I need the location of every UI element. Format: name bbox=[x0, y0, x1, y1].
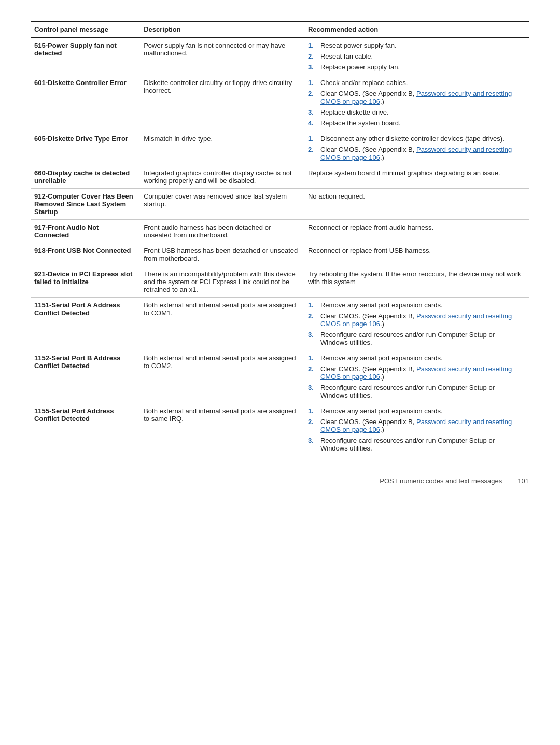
step-number: 1. bbox=[308, 301, 318, 309]
step-number: 1. bbox=[308, 135, 318, 143]
list-item: 1.Remove any serial port expansion cards… bbox=[308, 301, 524, 309]
step-text: Disconnect any other diskette controller… bbox=[320, 135, 505, 143]
step-text: Clear CMOS. (See Appendix B, Password se… bbox=[320, 312, 524, 328]
cell-message: 1152-Serial Port B Address Conflict Dete… bbox=[31, 350, 141, 403]
table-row: 912-Computer Cover Has Been Removed Sinc… bbox=[31, 189, 529, 220]
cell-description: Mismatch in drive type. bbox=[141, 131, 305, 165]
table-row: 918-Front USB Not ConnectedFront USB har… bbox=[31, 243, 529, 266]
step-number: 4. bbox=[308, 119, 318, 127]
table-row: 1155-Serial Port Address Conflict Detect… bbox=[31, 403, 529, 456]
step-text: Reconfigure card resources and/or run Co… bbox=[320, 437, 524, 452]
step-number: 1. bbox=[308, 79, 318, 87]
list-item: 3.Reconfigure card resources and/or run … bbox=[308, 331, 524, 346]
cell-message: 601-Diskette Controller Error bbox=[31, 75, 141, 131]
list-item: 1.Reseat power supply fan. bbox=[308, 41, 524, 49]
list-item: 2.Clear CMOS. (See Appendix B, Password … bbox=[308, 365, 524, 381]
list-item: 2.Clear CMOS. (See Appendix B, Password … bbox=[308, 146, 524, 161]
appendix-link[interactable]: Password security and resetting CMOS on … bbox=[320, 418, 512, 433]
step-number: 2. bbox=[308, 365, 318, 373]
cell-action: Try rebooting the system. If the error r… bbox=[305, 266, 529, 298]
cell-action: 1.Check and/or replace cables.2.Clear CM… bbox=[305, 75, 529, 131]
step-text: Reconfigure card resources and/or run Co… bbox=[320, 331, 524, 346]
cell-action: 1.Disconnect any other diskette controll… bbox=[305, 131, 529, 165]
appendix-link[interactable]: Password security and resetting CMOS on … bbox=[320, 365, 512, 381]
cell-action: Reconnect or replace front audio harness… bbox=[305, 220, 529, 243]
list-item: 1.Disconnect any other diskette controll… bbox=[308, 135, 524, 143]
step-text: Replace power supply fan. bbox=[320, 63, 400, 71]
step-number: 3. bbox=[308, 331, 318, 339]
step-text: Check and/or replace cables. bbox=[320, 79, 408, 87]
step-text: Reseat power supply fan. bbox=[320, 41, 397, 49]
step-text: Replace the system board. bbox=[320, 119, 401, 127]
cell-message: 912-Computer Cover Has Been Removed Sinc… bbox=[31, 189, 141, 220]
step-text: Clear CMOS. (See Appendix B, Password se… bbox=[320, 365, 524, 381]
step-number: 1. bbox=[308, 41, 318, 49]
cell-action: Replace system board if minimal graphics… bbox=[305, 165, 529, 189]
step-text: Reconfigure card resources and/or run Co… bbox=[320, 384, 524, 399]
list-item: 1.Remove any serial port expansion cards… bbox=[308, 407, 524, 415]
col-header-action: Recommended action bbox=[305, 21, 529, 37]
list-item: 3.Reconfigure card resources and/or run … bbox=[308, 437, 524, 452]
step-text: Replace diskette drive. bbox=[320, 108, 389, 116]
step-number: 2. bbox=[308, 418, 318, 426]
list-item: 1.Check and/or replace cables. bbox=[308, 79, 524, 87]
cell-action: No action required. bbox=[305, 189, 529, 220]
cell-description: Power supply fan is not connected or may… bbox=[141, 37, 305, 75]
step-number: 2. bbox=[308, 312, 318, 320]
table-row: 601-Diskette Controller ErrorDiskette co… bbox=[31, 75, 529, 131]
footer-page: 101 bbox=[517, 477, 529, 485]
cell-description: Integrated graphics controller display c… bbox=[141, 165, 305, 189]
cell-description: Computer cover was removed since last sy… bbox=[141, 189, 305, 220]
step-number: 3. bbox=[308, 384, 318, 391]
cell-message: 921-Device in PCI Express slot failed to… bbox=[31, 266, 141, 298]
table-row: 660-Display cache is detected unreliable… bbox=[31, 165, 529, 189]
table-row: 917-Front Audio Not ConnectedFront audio… bbox=[31, 220, 529, 243]
cell-action: Reconnect or replace front USB harness. bbox=[305, 243, 529, 266]
page-footer: POST numeric codes and text messages 101 bbox=[31, 477, 529, 485]
cell-description: Front USB harness has been detached or u… bbox=[141, 243, 305, 266]
cell-message: 1155-Serial Port Address Conflict Detect… bbox=[31, 403, 141, 456]
inline-action-text: Reconnect or replace front USB harness. bbox=[308, 247, 431, 255]
col-header-message: Control panel message bbox=[31, 21, 141, 37]
cell-message: 917-Front Audio Not Connected bbox=[31, 220, 141, 243]
table-row: 921-Device in PCI Express slot failed to… bbox=[31, 266, 529, 298]
table-row: 1151-Serial Port A Address Conflict Dete… bbox=[31, 298, 529, 350]
step-text: Remove any serial port expansion cards. bbox=[320, 354, 443, 362]
cell-action: 1.Remove any serial port expansion cards… bbox=[305, 350, 529, 403]
post-codes-table: Control panel message Description Recomm… bbox=[31, 21, 529, 456]
cell-description: Diskette controller circuitry or floppy … bbox=[141, 75, 305, 131]
cell-description: Front audio harness has been detached or… bbox=[141, 220, 305, 243]
step-text: Remove any serial port expansion cards. bbox=[320, 301, 443, 309]
list-item: 2.Reseat fan cable. bbox=[308, 52, 524, 60]
step-number: 2. bbox=[308, 146, 318, 153]
appendix-link[interactable]: Password security and resetting CMOS on … bbox=[320, 146, 512, 161]
list-item: 2.Clear CMOS. (See Appendix B, Password … bbox=[308, 90, 524, 105]
cell-description: Both external and internal serial ports … bbox=[141, 403, 305, 456]
cell-message: 515-Power Supply fan not detected bbox=[31, 37, 141, 75]
list-item: 3.Reconfigure card resources and/or run … bbox=[308, 384, 524, 399]
appendix-link[interactable]: Password security and resetting CMOS on … bbox=[320, 90, 512, 105]
inline-action-text: Reconnect or replace front audio harness… bbox=[308, 223, 433, 231]
table-row: 515-Power Supply fan not detectedPower s… bbox=[31, 37, 529, 75]
step-number: 3. bbox=[308, 63, 318, 71]
step-text: Clear CMOS. (See Appendix B, Password se… bbox=[320, 90, 524, 105]
list-item: 3.Replace diskette drive. bbox=[308, 108, 524, 116]
step-number: 1. bbox=[308, 354, 318, 362]
list-item: 2.Clear CMOS. (See Appendix B, Password … bbox=[308, 418, 524, 433]
list-item: 3.Replace power supply fan. bbox=[308, 63, 524, 71]
appendix-link[interactable]: Password security and resetting CMOS on … bbox=[320, 312, 512, 328]
footer-text: POST numeric codes and text messages bbox=[380, 477, 502, 485]
inline-action-text: Replace system board if minimal graphics… bbox=[308, 169, 500, 177]
cell-description: There is an incompatibility/problem with… bbox=[141, 266, 305, 298]
list-item: 2.Clear CMOS. (See Appendix B, Password … bbox=[308, 312, 524, 328]
cell-description: Both external and internal serial ports … bbox=[141, 350, 305, 403]
cell-action: 1.Reseat power supply fan.2.Reseat fan c… bbox=[305, 37, 529, 75]
table-row: 1152-Serial Port B Address Conflict Dete… bbox=[31, 350, 529, 403]
list-item: 1.Remove any serial port expansion cards… bbox=[308, 354, 524, 362]
cell-action: 1.Remove any serial port expansion cards… bbox=[305, 403, 529, 456]
cell-message: 918-Front USB Not Connected bbox=[31, 243, 141, 266]
cell-message: 660-Display cache is detected unreliable bbox=[31, 165, 141, 189]
step-number: 3. bbox=[308, 437, 318, 444]
list-item: 4.Replace the system board. bbox=[308, 119, 524, 127]
cell-action: 1.Remove any serial port expansion cards… bbox=[305, 298, 529, 350]
